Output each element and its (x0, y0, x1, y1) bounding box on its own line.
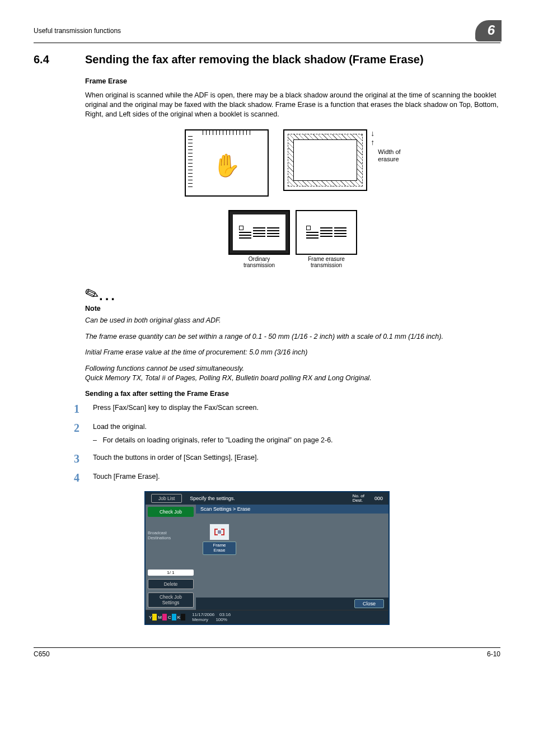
page-counter: 1/ 1 (148, 570, 194, 576)
touchscreen-figure: Job List Specify the settings. No. of De… (144, 491, 390, 625)
footer-page: 6-10 (487, 650, 500, 658)
check-job-button[interactable]: Check Job (148, 507, 194, 517)
frame-erase-intro: When original is scanned while the ADF i… (85, 91, 500, 119)
footer-datetime: 11/17/2006 03:16 Memory 100% (192, 612, 231, 622)
toner-m: M (158, 614, 167, 620)
procedure-heading: Sending a fax after setting the Frame Er… (85, 390, 500, 398)
frame-erase-diagram: ✋ ↓ ↑ Width of erasure (85, 129, 500, 268)
note-p2: The frame erase quantity can be set with… (85, 332, 500, 342)
check-job-settings-button[interactable]: Check Job Settings (148, 592, 194, 608)
footer-model: C650 (34, 650, 50, 658)
chapter-badge: 6 (475, 20, 502, 41)
step-4-text: Touch [Frame Erase]. (93, 472, 500, 483)
step-1-text: Press [Fax/Scan] key to display the Fax/… (93, 403, 500, 414)
section-heading-text: Sending the fax after removing the black… (85, 53, 424, 66)
step-3-text: Touch the buttons in order of [Scan Sett… (93, 453, 500, 464)
breadcrumb: Scan Settings > Erase (196, 505, 388, 514)
ordinary-result-illustration (228, 210, 290, 255)
frame-erase-result-illustration (296, 210, 357, 255)
close-button[interactable]: Close (354, 599, 384, 608)
frame-erase-option[interactable]: Frame Erase (203, 524, 236, 555)
adf-illustration: ✋ (185, 129, 269, 197)
step-3: 3 Touch the buttons in order of [Scan Se… (74, 453, 500, 464)
step-2-sub: – For details on loading originals, refe… (93, 436, 500, 446)
delete-button[interactable]: Delete (148, 579, 194, 589)
dest-count-value: 000 (374, 496, 383, 501)
step-3-number: 3 (74, 453, 85, 464)
frame-erase-option-label: Frame Erase (203, 542, 236, 555)
erasure-width-indicator: ↓ ↑ (371, 129, 374, 146)
frame-erase-heading: Frame Erase (85, 77, 500, 85)
note-p5: Quick Memory TX, Total # of Pages, Polli… (85, 374, 500, 383)
dest-count: No. of Dest. (353, 494, 364, 503)
note-p3: Initial Frame erase value at the time of… (85, 348, 500, 357)
frame-erase-icon (209, 524, 229, 540)
running-header: Useful transmission functions (34, 27, 121, 35)
step-2-number: 2 (74, 422, 85, 445)
step-1-number: 1 (74, 403, 85, 414)
broadcast-label: Broadcast Destinations (148, 529, 194, 542)
section-title: 6.4Sending the fax after removing the bl… (34, 53, 500, 66)
note-p4: Following functions cannot be used simul… (85, 364, 500, 374)
step-4: 4 Touch [Frame Erase]. (74, 472, 500, 483)
note-heading: Note (85, 305, 500, 312)
toner-c: C (168, 614, 176, 620)
step-1: 1 Press [Fax/Scan] key to display the Fa… (74, 403, 500, 414)
erasure-width-label: Width of erasure (378, 148, 400, 163)
hand-icon: ✋ (213, 154, 241, 176)
scanned-page-illustration (283, 129, 367, 191)
section-number: 6.4 (34, 53, 85, 66)
step-4-number: 4 (74, 472, 85, 483)
step-2-text: Load the original. (93, 423, 147, 431)
toner-y: Y (149, 614, 157, 620)
top-instruction: Specify the settings. (188, 494, 346, 502)
frame-erase-caption: Frame erasuretransmission (296, 256, 357, 268)
toner-k: K (177, 614, 185, 620)
ordinary-caption: Ordinarytransmission (228, 256, 290, 268)
step-2: 2 Load the original. – For details on lo… (74, 422, 500, 445)
note-p1: Can be used in both original glass and A… (85, 316, 500, 325)
job-list-tab[interactable]: Job List (151, 494, 182, 503)
